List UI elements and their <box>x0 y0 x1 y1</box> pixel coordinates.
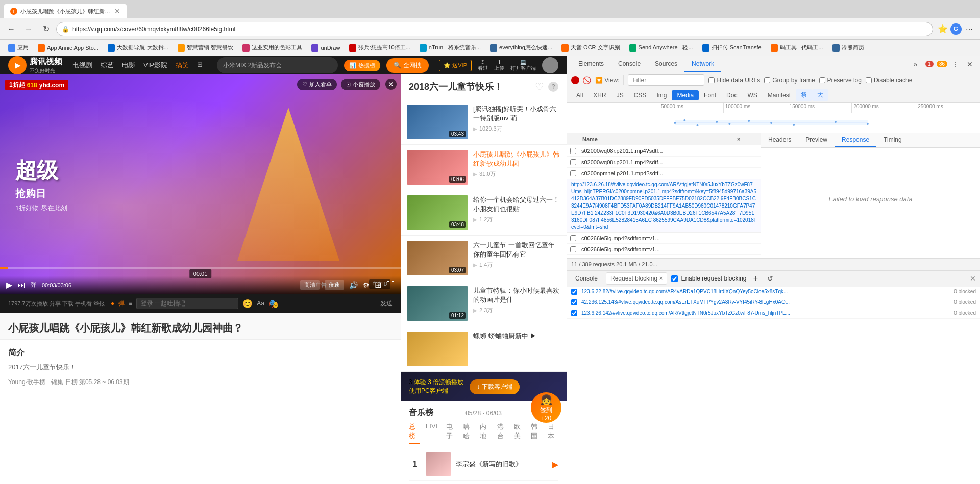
recommend-item-3[interactable]: 03:07 六一儿童节 一首歌回忆童年 你的童年回忆有它 ▶ 1.4万 <box>401 236 567 281</box>
chart-item-0[interactable]: 1 李宗盛《新写的旧歌》 ▶ <box>409 448 558 481</box>
vip-button[interactable]: ⭐ 送VIP <box>439 60 472 71</box>
address-bar[interactable]: 🔒 https://v.qq.com/x/cover/60mrqvtxkym8l… <box>56 22 933 36</box>
recommend-item-4[interactable]: 01:12 儿童节特辑：你小时候最喜欢的动画片是什 ▶ 2.3万 <box>401 281 567 326</box>
screen-button[interactable]: ⊞ <box>375 280 381 290</box>
chart-tab-live[interactable]: LIVE <box>426 422 440 444</box>
add-blocking-rule-button[interactable]: + <box>751 273 761 284</box>
type-filter-media[interactable]: Media <box>672 90 699 100</box>
full-search-button[interactable]: 🔍 全网搜 <box>386 58 429 73</box>
watch-history-button[interactable]: ⏱ 看过 <box>478 59 488 72</box>
bookmark-5[interactable]: unDraw <box>307 43 344 53</box>
preserve-log-checkbox[interactable]: Preserve log <box>819 77 862 84</box>
devtools-tab-console[interactable]: Console <box>611 56 648 72</box>
hide-data-urls-check[interactable] <box>708 77 715 83</box>
bookmark-1[interactable]: App Annie App Sto... <box>34 43 103 53</box>
hide-data-urls-checkbox[interactable]: Hide data URLs <box>708 77 760 84</box>
emoji-button[interactable]: 😊 <box>242 299 253 309</box>
devtools-settings-button[interactable]: ✕ <box>964 58 976 70</box>
vip-download-button[interactable]: ↓ 下载客户端 <box>470 379 519 394</box>
network-row-url-1[interactable]: c00266le5ig.mp4?sdtfrom=v1... <box>567 244 761 255</box>
network-row-url-0[interactable]: c00266le5ig.mp4?sdtfrom=v1... <box>567 233 761 244</box>
network-row-1[interactable]: s02000wq08r.p201.1.mp4?sdtf... <box>567 157 761 168</box>
signin-bubble[interactable]: 👧 签到+20 <box>531 392 561 423</box>
forward-button[interactable]: → <box>21 22 36 36</box>
chart-tab-hiphop[interactable]: 嘻哈 <box>463 422 474 444</box>
request-blocking-tab[interactable]: Request blocking × <box>606 272 667 285</box>
blocking-rule-check-2[interactable] <box>571 310 577 316</box>
chart-tab-hktw[interactable]: 港台 <box>497 422 508 444</box>
devtools-tab-elements[interactable]: Elements <box>571 56 611 72</box>
type-filter-js[interactable]: JS <box>611 90 629 100</box>
bookmark-11[interactable]: 扫扫传 ScanTransfe <box>698 43 766 53</box>
close-console-button[interactable]: ✕ <box>970 274 976 283</box>
open-client-button[interactable]: 💻 打开客户端 <box>510 59 536 72</box>
next-button[interactable]: ⏭ <box>17 281 26 290</box>
extension-icon-2[interactable]: G <box>950 23 962 35</box>
chart-tab-japanese[interactable]: 日本 <box>548 422 558 444</box>
disable-cache-check[interactable] <box>866 77 872 83</box>
record-button[interactable] <box>571 76 579 84</box>
nav-link-tv[interactable]: 电视剧 <box>72 61 92 70</box>
type-filter-custom1[interactable]: 祭 <box>796 89 812 101</box>
bookmark-9[interactable]: 天音 OCR 文字识别 <box>557 43 624 53</box>
bookmark-2[interactable]: 大数据导航-大数揖... <box>104 43 173 53</box>
fullscreen-button[interactable]: ⛶ <box>386 281 395 290</box>
play-button[interactable]: ▶ <box>6 280 12 290</box>
detail-tab-timing[interactable]: Timing <box>876 133 909 147</box>
type-filter-css[interactable]: CSS <box>629 90 652 100</box>
type-filter-xhr[interactable]: XHR <box>588 90 611 100</box>
user-avatar[interactable] <box>542 57 558 73</box>
recommend-item-1[interactable]: 03:06 小屁孩儿唱跳《小屁孩儿》韩红新歌成幼儿园 ▶ 31.0万 <box>401 145 567 190</box>
detail-tab-preview[interactable]: Preview <box>798 133 835 147</box>
chart-tab-electronic[interactable]: 电子 <box>446 422 457 444</box>
recommend-item-2[interactable]: 03:48 给你一个机会给父母过六一！小朋友们也很贴 ▶ 1.2万 <box>401 190 567 236</box>
volume-button[interactable]: 🔊 <box>349 281 358 289</box>
type-filter-img[interactable]: Img <box>651 90 672 100</box>
bookmark-4[interactable]: 这业实用的色彩工具 <box>238 43 306 53</box>
type-filter-custom2[interactable]: 大 <box>812 89 828 101</box>
devtools-menu-button[interactable]: ⋮ <box>949 58 962 70</box>
bookmark-7[interactable]: nTrun - 将系统音乐... <box>415 43 485 53</box>
upload-button[interactable]: ⬆ 上传 <box>494 59 504 72</box>
barrage-toggle[interactable]: 弹 <box>118 299 125 308</box>
ad-close-button[interactable]: ✕ <box>385 79 397 90</box>
extension-icon-3[interactable]: ⋯ <box>963 22 976 36</box>
barrage-toggle-button[interactable]: 弹 <box>31 281 37 289</box>
blocking-rule-check-1[interactable] <box>571 299 577 305</box>
chart-tab-korean[interactable]: 韩国 <box>531 422 542 444</box>
detail-tab-headers[interactable]: Headers <box>761 133 798 147</box>
blocking-rule-2[interactable]: 123.6.26.142/#vlive.qqvideo.tc.qq.com/AR… <box>567 308 980 319</box>
blocking-rule-check-0[interactable] <box>571 289 577 295</box>
row-url-check-0[interactable] <box>570 235 576 241</box>
long-url-row[interactable]: http://123.6.26.18/#vlive.qqvideo.tc.qq.… <box>567 179 761 233</box>
bookmark-13[interactable]: 冷熊简历 <box>828 43 868 53</box>
barrage-face-button[interactable]: 🎭 <box>268 299 279 309</box>
speed-button[interactable]: 倍速 <box>325 280 344 290</box>
type-filter-manifest[interactable]: Manifest <box>763 90 796 100</box>
row-check-1[interactable] <box>570 159 576 165</box>
blocking-rule-0[interactable]: 123.6.22.82/#vlive.qqvideo.tc.qq.com/AR4… <box>567 287 980 297</box>
disable-cache-checkbox[interactable]: Disable cache <box>866 77 912 84</box>
filter-input[interactable] <box>628 74 704 86</box>
search-bar[interactable]: 小米MIX 2新品发布会 <box>217 57 338 73</box>
nav-link-movie[interactable]: 电影 <box>122 61 135 70</box>
nav-link-vip[interactable]: VIP影院 <box>143 61 167 70</box>
extension-icon-1[interactable]: ⭐ <box>936 22 949 36</box>
filter-button[interactable]: 🔽 View: <box>595 77 619 84</box>
network-request-list[interactable]: Name × s02000wq08r.p201.1.mp4?sdtf... <box>567 133 761 258</box>
type-filter-font[interactable]: Font <box>699 90 721 100</box>
bookmark-6[interactable]: 张兵:想提高10倍工... <box>345 43 414 53</box>
refresh-blocking-button[interactable]: ↺ <box>765 273 775 284</box>
detail-tab-response[interactable]: Response <box>835 133 876 147</box>
row-check-2[interactable] <box>570 170 576 176</box>
reload-button[interactable]: ↻ <box>39 22 53 36</box>
blocking-rule-1[interactable]: 42.236.125.143/#vlive.qqvideo.tc.qq.com/… <box>567 297 980 308</box>
hot-search-button[interactable]: 📊 热搜榜 <box>344 60 380 71</box>
network-row-0[interactable]: s02000wq08r.p201.1.mp4?sdtf... <box>567 145 761 157</box>
recommend-item-0[interactable]: 03:43 [腾讯独播]好听哭！小戏骨六一特别版mv 萌 ▶ 1029.3万 <box>401 99 567 145</box>
back-button[interactable]: ← <box>4 22 18 36</box>
add-to-watchlist-button[interactable]: ♡ 加入看单 <box>297 79 337 90</box>
console-tab[interactable]: Console <box>571 273 602 284</box>
bookmark-12[interactable]: 码工具 - 代码工... <box>767 43 827 53</box>
type-filter-all[interactable]: All <box>571 90 588 100</box>
